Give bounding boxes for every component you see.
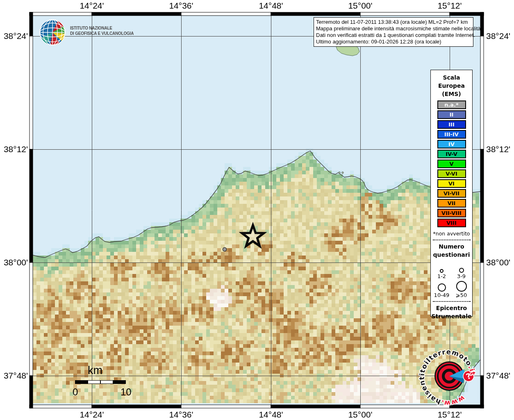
questionnaire-size-label: 1-2 [437, 274, 446, 279]
epicenter-title-line2: Strumentale [431, 312, 471, 320]
info-line-4: Ultimo aggiornamento: 09-01-2026 12:28 (… [316, 39, 471, 45]
legend-separator [433, 301, 471, 302]
frame-segment [360, 12, 450, 16]
questionnaire-size-label: 10-49 [434, 292, 450, 298]
institute-name: ISTITUTO NAZIONALE DI GEOFISICA E VULCAN… [70, 25, 134, 36]
ems-class-vi-vii: VI-VII [437, 189, 466, 198]
questionnaire-size-key: 1-23-910-49⩾50 [432, 261, 471, 298]
scalebar-segment [88, 381, 100, 383]
ems-class-vii-viii: VII-VIII [437, 209, 466, 217]
frame-segment [30, 405, 92, 408]
questionnaire-circle-1-2 [440, 261, 443, 273]
axis-label-top-0: 14°24' [80, 1, 104, 10]
questionnaire-title-line2: questionari [433, 251, 470, 259]
axis-label-left-3: 37°48' [0, 371, 28, 380]
frame-segment [30, 12, 92, 16]
frame-segment [92, 12, 181, 16]
legend-title-line: Europea [438, 82, 465, 90]
frame-segment [480, 12, 484, 36]
frame-segment [30, 376, 33, 408]
frame-segment [30, 149, 33, 262]
questionnaire-circle-3-9 [459, 261, 464, 273]
questionnaire-title-line1: Numero [439, 242, 464, 251]
axis-label-left-0: 38°24' [0, 32, 28, 41]
scalebar-bar [75, 380, 126, 384]
frame-segment [30, 12, 33, 36]
frame-segment [271, 12, 360, 16]
ingv-logo: ISTITUTO NAZIONALE DI GEOFISICA E VULCAN… [39, 19, 146, 47]
legend-title-line: Scala [438, 73, 465, 82]
frame-segment [450, 12, 484, 16]
macroseismic-map-page: 14°24'14°36'14°48'15°00'15°12'14°24'14°3… [0, 0, 514, 420]
legend-title: Scala Europea (EMS) [438, 73, 465, 98]
legend-panel: Scala Europea (EMS) n.a.*IIIIIIII-IVIVIV… [430, 70, 473, 317]
frame-segment [181, 405, 271, 408]
epicenter-title-line1: Epicentro [431, 304, 471, 312]
ems-class-viii: VIII [437, 219, 466, 227]
scalebar-segment [113, 381, 125, 383]
axis-label-right-3: 37°48' [486, 371, 510, 380]
scalebar-segment [75, 381, 88, 383]
axis-label-bottom-1: 14°36' [169, 410, 193, 419]
ingv-globe-icon [39, 19, 66, 46]
ems-class-v-vi: V-VI [437, 169, 466, 178]
ems-scale-list: n.a.*IIIIIIII-IVIVIV-VVV-VIVIVI-VIIVIIVI… [437, 100, 466, 227]
ems-class-vii: VII [437, 199, 466, 208]
frame-segment [181, 12, 271, 16]
ems-class-iv-v: IV-V [437, 150, 466, 158]
axis-label-right-1: 38°12' [486, 145, 510, 154]
ems-class-iii: III [437, 120, 466, 129]
legend-footnote: *non avvertito [433, 231, 470, 237]
axis-label-right-2: 38°00' [486, 258, 510, 267]
institute-name-line2: DI GEOFISICA E VULCANOLOGIA [70, 31, 134, 36]
institute-name-line1: ISTITUTO NAZIONALE [70, 25, 134, 31]
epicenter-key-title: Epicentro Strumentale [431, 304, 471, 320]
questionnaire-circle-10-49 [438, 280, 446, 292]
axis-label-bottom-0: 14°24' [80, 410, 104, 419]
questionnaire-size-label: 3-9 [457, 274, 466, 279]
legend-title-line: (EMS) [438, 90, 465, 98]
ems-class-vi: VI [437, 179, 466, 188]
frame-segment [480, 149, 484, 262]
axis-label-top-4: 15°12' [437, 1, 462, 10]
axis-label-bottom-2: 14°48' [259, 410, 283, 419]
frame-segment [271, 405, 360, 408]
axis-label-left-2: 38°00' [0, 258, 28, 267]
frame-segment [30, 36, 33, 149]
ems-class-ii: II [437, 110, 466, 119]
ems-class-n-a-: n.a.* [437, 100, 466, 109]
frame-segment [480, 36, 484, 149]
info-line-2: Mappa preliminare delle intensità macros… [316, 25, 471, 32]
axis-label-top-3: 15°00' [348, 1, 372, 10]
ems-class-v: V [437, 160, 466, 168]
axis-label-right-0: 38°24' [486, 32, 510, 41]
axis-label-bottom-3: 15°00' [348, 410, 372, 419]
ems-class-iii-iv: III-IV [437, 130, 466, 139]
frame-segment [30, 262, 33, 376]
scalebar-segment [101, 381, 113, 383]
axis-label-top-2: 14°48' [259, 1, 283, 10]
info-line-1: Terremoto del 11-07-2011 13:38:43 (ora l… [316, 19, 471, 25]
frame-segment [92, 405, 181, 408]
earthquake-info-box: Terremoto del 11-07-2011 13:38:43 (ora l… [314, 17, 473, 47]
haisentitoilterremoto-logo: ? www.haisentitoilterremoto.it [412, 339, 486, 413]
questionnaire-circle-⩾50 [456, 280, 467, 292]
info-line-3: Dati non verificati estratti da 1 questi… [316, 32, 471, 39]
scalebar-unit: km [88, 364, 102, 377]
questionnaire-size-label: ⩾50 [456, 292, 467, 298]
axis-label-left-1: 38°12' [0, 145, 28, 154]
axis-label-top-1: 14°36' [169, 1, 193, 10]
legend-separator [433, 240, 471, 240]
ems-class-iv: IV [437, 140, 466, 148]
